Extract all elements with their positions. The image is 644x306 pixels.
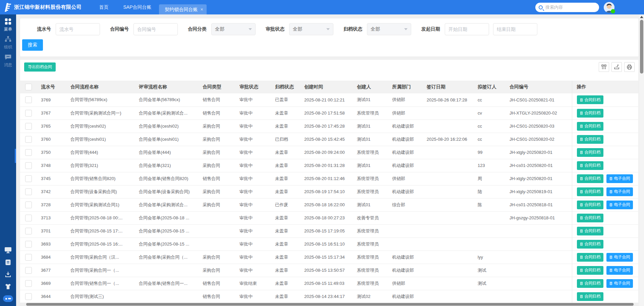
row-checkbox[interactable] [25, 202, 32, 208]
row-checkbox[interactable] [25, 96, 32, 103]
cell-sign-date [422, 237, 473, 251]
row-actions: 合同归档 [572, 159, 638, 172]
row-checkbox[interactable] [25, 254, 32, 261]
row-checkbox[interactable] [25, 267, 32, 274]
row-checkbox[interactable] [25, 188, 32, 195]
select-all-checkbox[interactable] [25, 84, 32, 90]
action-button-label: 电子合同 [614, 176, 630, 181]
electronic-contract-button[interactable]: 电子合同 [606, 266, 633, 275]
cell-created-time: 2025-08-20 15:42:45 [300, 133, 352, 146]
sidebar-label: 消息 [4, 62, 12, 68]
archive-contract-button[interactable]: 合同归档 [577, 109, 603, 118]
end-date-input[interactable] [493, 23, 537, 35]
electronic-contract-button[interactable]: 电子合同 [606, 253, 633, 262]
row-actions: 合同归档 [572, 224, 638, 237]
cell-creator: 测试01 [352, 93, 387, 106]
row-checkbox[interactable] [25, 175, 32, 182]
contract-code-input[interactable] [133, 23, 178, 35]
note-icon[interactable] [5, 259, 11, 266]
tab-home[interactable]: 首页 [92, 0, 116, 14]
row-checkbox[interactable] [25, 110, 32, 117]
tab-sap-ledger[interactable]: SAP合同台账 [116, 0, 159, 14]
cell-sign-date [422, 198, 473, 211]
cell-approval-status: 审批中 [235, 251, 270, 264]
monitor-icon[interactable] [4, 247, 12, 254]
horizontal-scrollbar[interactable] [20, 303, 638, 306]
row-checkbox[interactable] [25, 241, 32, 248]
global-search[interactable] [535, 3, 599, 12]
sidebar-item-menu[interactable]: 菜单 [0, 14, 16, 32]
archive-contract-button[interactable]: 合同归档 [577, 187, 603, 196]
cell-approval-status: 审批中 [235, 290, 270, 303]
row-checkbox[interactable] [25, 149, 32, 156]
horizontal-scroll-thumb[interactable] [26, 303, 634, 306]
row-checkbox[interactable] [25, 280, 32, 287]
archive-contract-button[interactable]: 合同归档 [577, 292, 603, 301]
vertical-scroll-thumb[interactable] [640, 20, 643, 74]
cell-archive-status: 未盖章 [270, 251, 300, 264]
electronic-contract-button[interactable]: 电子合同 [606, 174, 633, 183]
category-select[interactable]: 全部 [211, 23, 256, 35]
electronic-contract-button[interactable]: 电子合同 [606, 201, 633, 209]
scroll-up-arrow-icon[interactable] [640, 16, 643, 18]
filter-contract-code: 合同编号 [110, 23, 178, 35]
archive-contract-button[interactable]: 合同归档 [577, 161, 603, 170]
archive-contract-button[interactable]: 合同归档 [577, 253, 603, 262]
column-settings-button[interactable] [599, 62, 609, 72]
cell-approval-status: 审批中 [235, 133, 270, 146]
archive-contract-button[interactable]: 合同归档 [577, 201, 603, 209]
table-row: 3701 合同管理(2025-08-15 17:... 合同会签单(2025-0… [20, 224, 638, 237]
archive-contract-button[interactable]: 合同归档 [577, 279, 603, 288]
row-checkbox[interactable] [25, 228, 32, 234]
user-avatar[interactable] [604, 2, 614, 13]
cell-creator: 测试01 [352, 159, 387, 172]
collapse-pill[interactable] [3, 295, 13, 302]
cell-serial: 3669 [36, 277, 66, 290]
cell-created-time: 2025-08-15 11:49:03 [300, 277, 352, 290]
start-date-input[interactable] [445, 23, 489, 35]
archive-contract-button[interactable]: 合同归档 [577, 95, 603, 104]
col-flow-name: 合同流程名称 [66, 81, 134, 93]
archive-contract-button[interactable]: 合同归档 [577, 214, 603, 222]
tshirt-icon[interactable] [5, 283, 11, 290]
electronic-contract-button[interactable]: 电子合同 [606, 279, 633, 288]
archive-bin-icon [609, 177, 613, 180]
sidebar-item-org[interactable]: 组织 [0, 32, 16, 50]
cell-department: 机动建设部 [387, 133, 422, 146]
cell-creator: 测试01 [352, 198, 387, 211]
archive-bin-icon [580, 242, 583, 246]
cell-signer [473, 211, 505, 224]
export-file-button[interactable] [611, 62, 622, 72]
archive-contract-button[interactable]: 合同归档 [577, 135, 603, 144]
tab-close-icon[interactable]: × [201, 7, 203, 12]
serial-input[interactable] [56, 23, 100, 35]
archive-contract-button[interactable]: 合同归档 [577, 122, 603, 131]
archive-contract-button[interactable]: 合同归档 [577, 240, 603, 249]
archive-contract-button[interactable]: 合同归档 [577, 148, 603, 157]
cell-approval-status: 审批中 [235, 224, 270, 237]
row-checkbox[interactable] [25, 162, 32, 169]
cell-creator: 测试02 [352, 290, 387, 303]
tab-qiyuesuo-ledger[interactable]: 契约锁合同台账 × [159, 4, 207, 14]
row-checkbox[interactable] [25, 215, 32, 221]
archive-status-select[interactable]: 全部 [367, 23, 411, 35]
vertical-scrollbar[interactable] [639, 14, 644, 306]
archive-bin-icon [580, 150, 583, 154]
row-checkbox[interactable] [25, 136, 32, 143]
search-button[interactable]: 搜索 [22, 39, 43, 51]
archive-contract-button[interactable]: 合同归档 [577, 266, 603, 275]
archive-contract-button[interactable]: 合同归档 [577, 227, 603, 235]
print-button[interactable] [624, 62, 635, 72]
archive-contract-button[interactable]: 合同归档 [577, 174, 603, 183]
download-icon[interactable] [5, 271, 11, 278]
cell-type: 销售合同 [198, 172, 235, 185]
global-search-input[interactable] [545, 5, 592, 10]
cell-flow-name: 合同管理(444) [66, 146, 134, 159]
electronic-contract-button[interactable]: 电子合同 [606, 187, 633, 196]
export-archived-button[interactable]: 导出归档合同 [24, 62, 56, 72]
row-checkbox[interactable] [25, 293, 32, 300]
sidebar-item-messages[interactable]: 消息 [0, 50, 16, 68]
row-checkbox[interactable] [25, 123, 32, 130]
approval-status-select[interactable]: 全部 [289, 23, 333, 35]
cell-contract-code: JH-XTGLY-20250820-02 [505, 106, 572, 120]
